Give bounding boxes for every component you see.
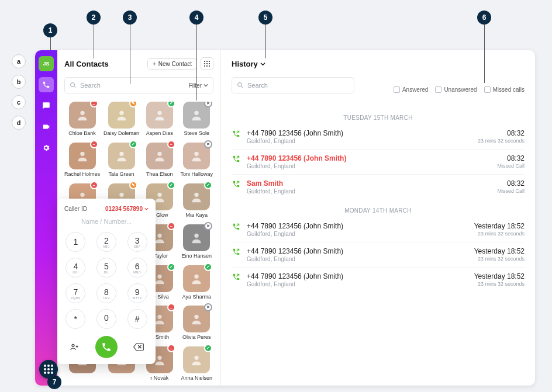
contact-tile[interactable]: ✓ Mia Kaya	[180, 183, 213, 218]
call-time: Yesterday 18:52	[474, 272, 525, 280]
svg-point-25	[157, 233, 161, 237]
contact-tile[interactable]: – Chloe Bank	[64, 102, 100, 137]
contact-tile[interactable]: ✓ Tala Green	[104, 143, 139, 178]
contact-avatar: ✕	[183, 143, 210, 169]
call-title: Sam Smith	[247, 179, 491, 188]
key-digit: 9	[135, 287, 140, 297]
call-title: +44 7890 123456 (John Smith)	[247, 247, 468, 255]
callout-1: 1	[43, 23, 57, 37]
key-letters: ABC	[103, 245, 110, 248]
call-row[interactable]: +44 7890 123456 (John Smith) Guildford, …	[232, 267, 525, 292]
svg-rect-5	[209, 63, 210, 64]
keypad-key-9[interactable]: 9WXYZ	[127, 283, 147, 303]
call-time: 08:32	[478, 129, 525, 137]
contacts-search-input[interactable]	[80, 82, 185, 89]
dial-input[interactable]: Name / Number...	[64, 218, 149, 225]
call-row[interactable]: +44 7890 123456 (John Smith) Guildford, …	[232, 242, 525, 267]
call-row[interactable]: Sam Smith Guildford, England 08:32 Misse…	[232, 174, 525, 199]
dialpad-fab[interactable]	[39, 360, 58, 379]
filter-missed[interactable]: Missed calls	[484, 86, 525, 93]
keypad-key-4[interactable]: 4GHI	[65, 258, 85, 277]
caller-id-selector[interactable]: 01234 567890	[105, 206, 149, 212]
key-digit: 3	[135, 236, 140, 245]
new-contact-button[interactable]: + New Contact	[147, 58, 197, 70]
call-duration: 23 mins 32 seconds	[474, 231, 525, 237]
dial-call-button[interactable]	[95, 336, 118, 358]
nav-chat[interactable]	[39, 98, 54, 113]
history-date-header: TUESDAY 15TH MARCH	[232, 115, 525, 121]
key-digit: 6	[135, 262, 140, 271]
contact-tile[interactable]: ✕ Olivia Peres	[180, 306, 213, 341]
keypad-key-2[interactable]: 2ABC	[96, 232, 116, 252]
grid-icon	[204, 61, 210, 67]
contact-name: Steve Sole	[184, 131, 210, 137]
gear-icon	[42, 144, 50, 152]
nav-settings[interactable]	[39, 140, 54, 155]
svg-point-18	[195, 152, 199, 156]
keypad-key-6[interactable]: 6MNO	[127, 258, 147, 277]
history-search-input[interactable]	[247, 82, 349, 89]
search-icon	[237, 82, 244, 89]
call-duration: 23 mins 32 seconds	[474, 256, 525, 262]
contact-tile[interactable]: ✎ Daisy Doleman	[104, 102, 139, 137]
filter-label: Filter	[189, 82, 202, 89]
contact-tile[interactable]: ✓ Aspen Dias	[143, 102, 176, 137]
add-participant-button[interactable]	[67, 339, 82, 355]
contact-tile[interactable]: ✕ Toni Halloway	[180, 143, 213, 178]
key-letters: TUV	[103, 296, 110, 300]
contact-tile[interactable]: ✓ Aya Sharma	[180, 265, 213, 300]
call-row[interactable]: +44 7890 123456 (John Smith) Guildford, …	[232, 124, 525, 149]
key-letters: WXYZ	[132, 296, 142, 300]
call-direction-icon	[232, 272, 241, 282]
nav-phone[interactable]	[39, 77, 54, 92]
history-title-button[interactable]: History	[232, 60, 265, 68]
contact-avatar: ✓	[183, 183, 210, 210]
profile-avatar[interactable]: JS	[39, 56, 54, 71]
contact-name: Rachel Holmes	[64, 172, 100, 178]
keypad-key-1[interactable]: 1	[65, 232, 85, 252]
history-search-bar	[232, 77, 354, 93]
keypad-key-7[interactable]: 7PQRS	[65, 283, 85, 303]
svg-point-41	[72, 344, 74, 346]
keypad-key-#[interactable]: #	[127, 309, 147, 329]
key-digit: 7	[73, 287, 78, 297]
call-location: Guildford, England	[247, 281, 468, 287]
contact-tile[interactable]: – Rachel Holmes	[64, 143, 100, 178]
filter-unanswered[interactable]: Unanswered	[435, 86, 477, 93]
status-badge: ✓	[167, 181, 175, 189]
nav-video[interactable]	[39, 119, 54, 134]
filter-unanswered-label: Unanswered	[444, 86, 477, 93]
contact-name: Eino Hansen	[181, 254, 212, 259]
keypad-key-3[interactable]: 3DEF	[127, 232, 147, 252]
callout-a: a	[12, 54, 26, 68]
contact-name: Aspen Dias	[146, 131, 173, 137]
history-title-label: History	[232, 60, 258, 68]
contact-tile[interactable]: ✕ Steve Sole	[180, 102, 213, 137]
view-toggle-button[interactable]	[201, 57, 213, 70]
svg-point-37	[157, 356, 161, 360]
contacts-filter-button[interactable]: Filter	[189, 82, 208, 89]
contact-name: Chloe Bank	[68, 131, 96, 137]
status-badge: ✓	[129, 140, 137, 148]
backspace-button[interactable]	[131, 339, 146, 355]
status-badge: ✓	[204, 181, 212, 189]
filter-answered[interactable]: Answered	[394, 86, 428, 93]
svg-point-15	[80, 152, 84, 156]
call-duration: 23 mins 32 seconds	[474, 281, 525, 287]
key-digit: 8	[104, 287, 109, 297]
keypad-key-*[interactable]: *	[65, 309, 85, 329]
caller-id-value: 01234 567890	[105, 206, 143, 212]
call-row[interactable]: +44 7890 123456 (John Smith) Guildford, …	[232, 217, 525, 242]
keypad-key-8[interactable]: 8TUV	[96, 283, 116, 303]
call-row[interactable]: +44 7890 123456 (John Smith) Guildford, …	[232, 149, 525, 174]
contact-tile[interactable]: ✕ Eino Hansen	[180, 224, 213, 259]
status-badge: –	[90, 140, 98, 148]
keypad-key-5[interactable]: 5JKL	[96, 258, 116, 277]
call-direction-icon	[232, 179, 241, 189]
svg-point-20	[119, 192, 123, 196]
contact-tile[interactable]: – Thea Elson	[143, 143, 176, 178]
key-letters: +	[105, 322, 107, 325]
keypad-key-0[interactable]: 0+	[96, 309, 116, 329]
contact-tile[interactable]: ✓ Anna Nielsen	[180, 346, 213, 381]
svg-rect-1	[206, 61, 208, 62]
